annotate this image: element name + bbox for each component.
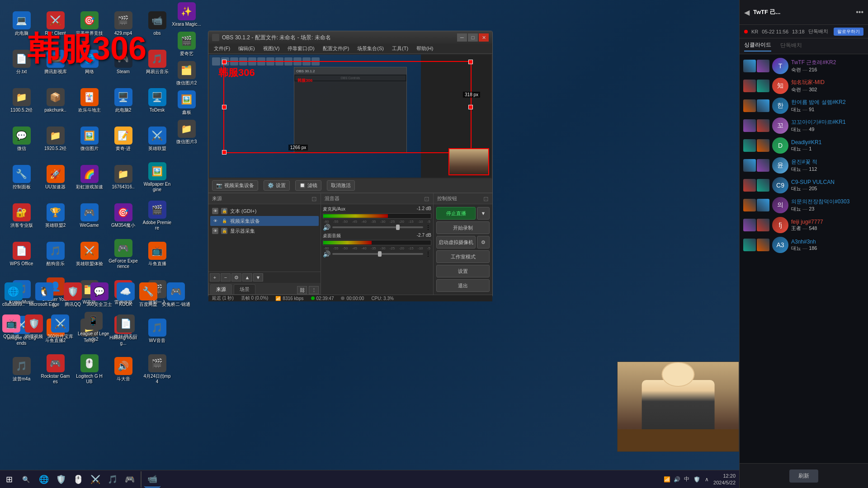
- desktop-icon-17[interactable]: 🖼️ 微信图片: [72, 120, 106, 158]
- desktop-icon-54[interactable]: 📁 微信图片3: [170, 117, 203, 147]
- desktop-icon-22[interactable]: 🌈 彩虹游戏加速: [72, 158, 106, 197]
- desktop-icon-52[interactable]: 🗂️ 微信图片2: [170, 59, 203, 88]
- desktop-icon-48[interactable]: 🔊 斗大音: [106, 350, 140, 389]
- obs-controls-expand[interactable]: ⊡: [483, 195, 489, 202]
- desktop-icon-15[interactable]: 💬 微信: [5, 120, 38, 158]
- chat-message-7[interactable]: 의 의문의전장참덕이#0303 대뇨 — 23: [740, 195, 868, 215]
- desktop-icon-45[interactable]: 🎵 波普m4a: [5, 350, 38, 389]
- obs-menu-profile[interactable]: 配置文件(P): [319, 44, 353, 53]
- desktop-icon-26[interactable]: 🏆 英雄联盟2: [38, 197, 72, 235]
- obs-source-text[interactable]: 👁 🔒 文本 (GDI+): [210, 206, 319, 216]
- desktop-icon-60[interactable]: 🔧 百度网盘: [137, 280, 160, 310]
- obs-source-visible-text[interactable]: 👁: [212, 208, 218, 214]
- obs-menu-tools[interactable]: 工具(T): [388, 44, 412, 53]
- taskbar-icon-riot[interactable]: ⚔️: [87, 471, 104, 488]
- obs-settings-main-btn[interactable]: 设置: [436, 265, 490, 277]
- chat-message-4[interactable]: D Deadly#KR1 대뇨 — 1: [740, 136, 868, 155]
- desktop-icon-63[interactable]: 🛡️ 哔哩视频: [23, 310, 45, 344]
- chat-tab-solo[interactable]: 단독배치: [780, 42, 802, 51]
- tray-security-icon[interactable]: 🛡️: [693, 475, 701, 483]
- chat-follow-button[interactable]: 팔로우하기: [834, 28, 863, 36]
- obs-menu-view[interactable]: 视图(V): [259, 44, 283, 53]
- desktop-icon-34[interactable]: 📺 斗鱼直播: [140, 235, 174, 273]
- obs-vcam-settings-btn[interactable]: ⚙: [477, 236, 490, 249]
- desktop-icon-46[interactable]: 🎮 Rockstar Games: [38, 350, 72, 389]
- obs-menu-help[interactable]: 帮助(H): [413, 44, 437, 53]
- tray-lang-icon[interactable]: 中: [683, 475, 691, 483]
- desktop-icon-31[interactable]: 🎵 酷狗音乐: [38, 235, 72, 273]
- obs-exit-btn[interactable]: 退出: [436, 279, 490, 292]
- obs-mixer-expand[interactable]: ⊡: [424, 195, 429, 202]
- obs-settings-btn[interactable]: ⚙️ 设置: [264, 180, 290, 191]
- desktop-icon-21[interactable]: 🚀 UU加速器: [38, 158, 72, 197]
- desktop-icon-24[interactable]: 🖼️ Wallpaper Engine: [140, 158, 174, 197]
- desktop-icon-19[interactable]: ⚔️ 英雄联盟: [140, 120, 174, 158]
- obs-capture-btn[interactable]: 📷 视频采集设备: [212, 180, 258, 191]
- desktop-icon-47[interactable]: 🖱️ Logitech G HUB: [72, 350, 106, 389]
- tray-more-icon[interactable]: ∧: [703, 475, 711, 483]
- obs-mixer-mic-mute[interactable]: 🔊: [323, 224, 330, 231]
- desktop-icon-3[interactable]: 🎬 429.mp4: [106, 5, 140, 43]
- obs-start-record-btn[interactable]: 开始录制: [436, 221, 490, 234]
- obs-scene-dots-btn[interactable]: ⋮: [309, 286, 319, 294]
- taskbar-start-button[interactable]: ⊞: [0, 470, 18, 488]
- obs-minimize-button[interactable]: ─: [457, 33, 467, 42]
- obs-tab-scenes[interactable]: 场景: [234, 284, 255, 294]
- obs-close-button[interactable]: ✕: [479, 33, 489, 42]
- desktop-icon-62[interactable]: 📺 QQ游戏: [0, 310, 23, 344]
- taskbar-clock[interactable]: 12:20 2024/5/22: [713, 473, 736, 486]
- obs-source-lock-display[interactable]: 🔓: [221, 228, 227, 234]
- obs-studio-mode-btn[interactable]: 工作室模式: [436, 250, 490, 263]
- chat-message-5[interactable]: 윤 윤진#꽃 적 대뇨 — 112: [740, 155, 868, 175]
- desktop-icon-33[interactable]: 🎮 GeForce Experience: [106, 235, 140, 273]
- obs-source-visible-video[interactable]: 👁: [212, 218, 218, 224]
- obs-menu-edit[interactable]: 编辑(E): [235, 44, 259, 53]
- chat-message-0[interactable]: T TwTF 근호레#KR2 숙련 — 216: [740, 56, 868, 76]
- desktop-icon-18[interactable]: 📝 黄奇·进: [106, 120, 140, 158]
- desktop-icon-20[interactable]: 🔧 控制面板: [5, 158, 38, 197]
- desktop-icon-32[interactable]: ⚔️ 英雄联盟体验: [72, 235, 106, 273]
- desktop-icon-0[interactable]: 💻 此电脑: [5, 5, 38, 43]
- obs-source-up-btn[interactable]: ▲: [242, 273, 252, 282]
- obs-mixer-mic-settings[interactable]: ⋮: [425, 224, 431, 231]
- desktop-icon-25[interactable]: 🔐 洪客专业版: [5, 197, 38, 235]
- obs-stop-stream-btn[interactable]: 停止直播: [436, 207, 476, 220]
- obs-resize-handle-mr[interactable]: [468, 105, 473, 109]
- obs-source-down-btn[interactable]: ▼: [253, 273, 263, 282]
- obs-stream-dropdown-btn[interactable]: ▼: [477, 207, 490, 220]
- chat-refresh-button[interactable]: 刷新: [789, 469, 818, 483]
- desktop-icon-7[interactable]: 🌐 网络: [72, 43, 106, 81]
- taskbar-icon-shield[interactable]: 🛡️: [53, 471, 69, 488]
- obs-source-remove-btn[interactable]: −: [221, 273, 231, 282]
- desktop-icon-16[interactable]: 📁 1920.5.2经: [38, 120, 72, 158]
- desktop-icon-55[interactable]: 🌐 c8a5a399..: [0, 280, 27, 310]
- obs-source-video[interactable]: 👁 🔓 视频采集设备: [210, 216, 319, 226]
- chat-message-2[interactable]: 한 한여름 밤에 설렘#KR2 대뇨 — 91: [740, 96, 868, 116]
- desktop-icon-13[interactable]: 🖥️ 此电脑2: [106, 81, 140, 120]
- desktop-icon-58[interactable]: 💬 360安全卫士: [84, 280, 114, 310]
- chat-options-button[interactable]: •••: [856, 8, 863, 16]
- chat-tab-single[interactable]: 싱클라이드: [744, 41, 771, 52]
- desktop-icon-2[interactable]: 🎯 完美世界竞技: [72, 5, 106, 43]
- obs-menu-docks[interactable]: 停靠窗口(D): [284, 44, 318, 53]
- desktop-icon-11[interactable]: 📦 pakchunk..: [38, 81, 72, 120]
- obs-source-display[interactable]: 👁 🔓 显示器采集: [210, 226, 319, 236]
- chat-message-9[interactable]: A3 A3nh#3nh 대뇨 — 186: [740, 235, 868, 255]
- desktop-icon-9[interactable]: 🎵 网易云音乐: [140, 43, 174, 81]
- desktop-icon-5[interactable]: 📄 分.txt: [5, 43, 38, 81]
- obs-mixer-desktop-slider[interactable]: [332, 253, 423, 255]
- taskbar-icon-steam[interactable]: 🎮: [122, 471, 138, 488]
- desktop-icon-6[interactable]: 🎞️ 腾讯影视库: [38, 43, 72, 81]
- desktop-icon-56[interactable]: 🐧 Microsoft Edge: [27, 280, 62, 310]
- desktop-icon-65[interactable]: 📱 League of Legends2: [75, 310, 112, 344]
- desktop-icon-61[interactable]: 🎮 安兔桥二·锦通: [160, 280, 193, 310]
- obs-source-lock-video[interactable]: 🔓: [221, 218, 227, 224]
- desktop-icon-23[interactable]: 📁 16764316..: [106, 158, 140, 197]
- desktop-icon-59[interactable]: ☁️ KOOK: [114, 280, 137, 310]
- desktop-icon-14[interactable]: 🖥️ ToDesk: [140, 81, 174, 120]
- desktop-icon-10[interactable]: 📁 1100.5.2经: [5, 81, 38, 120]
- obs-source-lock-text[interactable]: 🔒: [221, 208, 227, 214]
- desktop-icon-27[interactable]: 🎮 WeGame: [72, 197, 106, 235]
- taskbar-icon-logitech[interactable]: 🖱️: [70, 471, 86, 488]
- desktop-icon-28[interactable]: 🎯 GM354魔小: [106, 197, 140, 235]
